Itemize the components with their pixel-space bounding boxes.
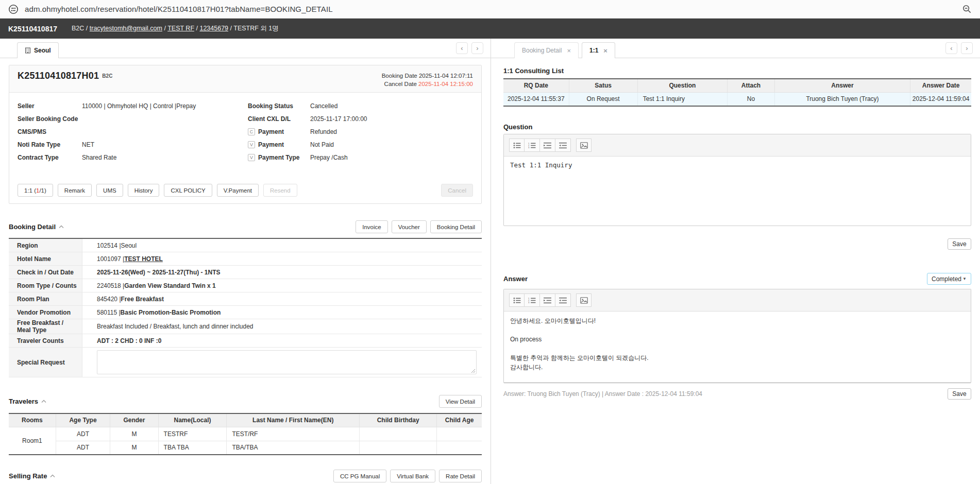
breadcrumb-number-link[interactable]: 12345679 — [199, 25, 228, 32]
region-value: Seoul — [121, 242, 137, 249]
cc-pg-manual-button[interactable]: CC PG Manual — [333, 470, 386, 482]
one-to-one-button[interactable]: 1:1 (1/1) — [18, 184, 53, 197]
indent-icon[interactable] — [540, 293, 555, 307]
history-button[interactable]: History — [128, 184, 160, 197]
selling-rate-section-header: Selling Rate CC PG Manual Virtual Bank R… — [9, 470, 482, 482]
close-icon[interactable]: × — [567, 47, 571, 55]
table-row-vendor-promotion: Vendor Promotion 580115 | Basic Promotio… — [9, 306, 482, 319]
breadcrumb-name-link[interactable]: TEST RF — [167, 25, 194, 32]
field-label: Contract Type — [18, 154, 82, 161]
view-detail-button[interactable]: View Detail — [439, 395, 482, 408]
browser-url-bar: adm.ohmyhotel.com/reservation/hotel/K251… — [0, 0, 980, 19]
right-tab-prev-button[interactable]: ‹ — [945, 42, 957, 54]
answer-line: 특별한 추억과 함께하는 오마이호텔이 되겠습니다. — [510, 353, 965, 362]
tab-seoul-label: Seoul — [34, 47, 51, 54]
booking-detail-table: Region 102514 | Seoul Hotel Name 1001097… — [9, 238, 482, 377]
answer-status-dropdown[interactable]: Completed ▼ — [927, 273, 971, 285]
indent-icon[interactable] — [540, 139, 555, 152]
table-row-region: Region 102514 | Seoul — [9, 239, 482, 252]
answer-line: 안녕하세요. 오마이호텔입니다! — [510, 316, 965, 325]
booking-detail-section-header: Booking Detail Invoice Voucher Booking D… — [9, 220, 482, 233]
travelers-table: Rooms Age Type Gender Name(Local) Last N… — [9, 413, 482, 455]
field-label: Seller Booking Code — [18, 115, 82, 123]
resend-button[interactable]: Resend — [263, 184, 297, 197]
invoice-button[interactable]: Invoice — [356, 220, 387, 233]
tab-booking-detail[interactable]: Booking Detail× — [514, 42, 579, 58]
payment-type-badge-v: V — [248, 154, 255, 161]
card-button-row: 1:1 (1/1) Remark UMS History CXL POLICY … — [18, 184, 473, 197]
ums-button[interactable]: UMS — [96, 184, 123, 197]
left-tab-next-button[interactable]: › — [471, 42, 483, 54]
v-payment-button[interactable]: V.Payment — [217, 184, 259, 197]
collapse-caret-icon — [59, 225, 64, 229]
right-tabbar: Booking Detail× 1:1× ‹ › — [491, 39, 980, 58]
card-info-right-column: Booking StatusCancelled Client CXL D/L20… — [248, 99, 473, 164]
question-content[interactable]: Test 1:1 Inquiry — [504, 157, 971, 226]
right-tab-pager: ‹ › — [945, 42, 973, 54]
answer-editor: 123 — [503, 289, 971, 383]
numbered-list-icon[interactable]: 123 — [525, 139, 540, 152]
tab-seoul[interactable]: Seoul — [17, 42, 59, 58]
rate-detail-button[interactable]: Rate Detail — [439, 470, 482, 482]
booking-detail-button[interactable]: Booking Detail — [430, 220, 482, 233]
table-row: Room1 ADT M TESTRF TEST/RF — [9, 427, 482, 441]
field-value: Shared Rate — [82, 154, 116, 161]
voucher-button[interactable]: Voucher — [392, 220, 427, 233]
svg-text:3: 3 — [528, 146, 530, 149]
table-row-meal-type: Free Breakfast / Meal Type Breakfast Inc… — [9, 319, 482, 334]
close-icon[interactable]: × — [603, 47, 607, 55]
field-value: Refunded — [310, 128, 337, 135]
travelers-section-header: Travelers View Detail — [9, 395, 482, 408]
consulting-row[interactable]: 2025-12-04 11:55:37 On Request Test 1:1 … — [503, 92, 971, 106]
travelers-title[interactable]: Travelers — [9, 397, 46, 405]
zoom-out-icon[interactable] — [962, 4, 972, 14]
table-row-traveler-counts: Traveler Counts ADT : 2 CHD : 0 INF :0 — [9, 334, 482, 348]
numbered-list-icon[interactable]: 123 — [525, 293, 540, 307]
breadcrumb-email-link[interactable]: tracytestomh@gmail.com — [90, 25, 162, 32]
field-value: Prepay /Cash — [310, 154, 348, 161]
url-text[interactable]: adm.ohmyhotel.com/reservation/hotel/K251… — [25, 5, 956, 13]
outdent-icon[interactable] — [555, 293, 571, 307]
answer-label: Answer — [503, 275, 528, 283]
booking-dates: Booking Date 2025-11-04 12:07:11 Cancel … — [382, 71, 473, 88]
answer-save-button[interactable]: Save — [948, 388, 971, 400]
outdent-icon[interactable] — [555, 139, 571, 152]
answer-content[interactable]: 안녕하세요. 오마이호텔입니다! On process 특별한 추억과 함께하는… — [504, 312, 971, 383]
question-save-button[interactable]: Save — [948, 238, 971, 250]
building-icon — [25, 47, 31, 54]
bullet-list-icon[interactable] — [509, 139, 525, 152]
collapse-caret-icon — [50, 474, 55, 478]
tune-icon[interactable] — [8, 4, 19, 14]
collapse-caret-icon — [41, 400, 46, 403]
insert-image-icon[interactable] — [576, 293, 592, 307]
bullet-list-icon[interactable] — [509, 293, 525, 307]
remark-button[interactable]: Remark — [58, 184, 92, 197]
breadcrumb-guest-count: / TESTRF 외 1명 — [228, 25, 279, 32]
tab-one-to-one[interactable]: 1:1× — [582, 42, 615, 58]
selling-rate-title[interactable]: Selling Rate — [9, 472, 55, 480]
table-row-checkin-out: Check in / Out Date 2025-11-26(Wed) ~ 20… — [9, 266, 482, 279]
right-panel: Booking Detail× 1:1× ‹ › 1:1 Consulting … — [491, 39, 980, 484]
left-tab-prev-button[interactable]: ‹ — [456, 42, 468, 54]
header-booking-id: K25110410817 — [8, 25, 57, 33]
consulting-list-title: 1:1 Consulting List — [503, 67, 971, 75]
booking-detail-title[interactable]: Booking Detail — [9, 223, 64, 231]
insert-image-icon[interactable] — [576, 139, 592, 152]
cancel-date-value: 2025-11-04 12:15:00 — [418, 81, 473, 87]
right-tab-next-button[interactable]: › — [961, 42, 973, 54]
booking-status-value: Cancelled — [310, 102, 337, 110]
cancel-button[interactable]: Cancel — [441, 184, 473, 197]
table-row-room-type: Room Type / Counts 2240518 | Garden View… — [9, 279, 482, 292]
answer-footer: Answer: Truong Bich Tuyen (Tracy) | Answ… — [503, 388, 971, 400]
table-row-special-request: Special Request — [9, 348, 482, 377]
virtual-bank-button[interactable]: Virtual Bank — [390, 470, 435, 482]
page: adm.ohmyhotel.com/reservation/hotel/K251… — [0, 0, 980, 484]
cxl-policy-button[interactable]: CXL POLICY — [164, 184, 212, 197]
payment-badge-v: V — [248, 141, 255, 148]
special-request-textarea[interactable] — [97, 350, 477, 374]
table-row-hotel-name: Hotel Name 1001097 | TEST HOTEL — [9, 252, 482, 266]
hotel-name-link[interactable]: TEST HOTEL — [124, 255, 163, 263]
field-label: Booking Status — [248, 102, 310, 110]
room-cell: Room1 — [9, 427, 56, 455]
answer-section-header: Answer Completed ▼ — [503, 273, 971, 285]
